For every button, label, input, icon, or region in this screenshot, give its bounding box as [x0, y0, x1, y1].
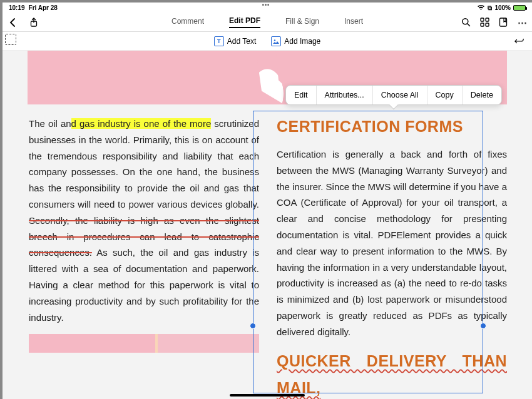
add-text-label: Add Text — [227, 37, 256, 46]
battery-percent: 100% — [494, 4, 511, 11]
undo-button[interactable] — [514, 36, 524, 46]
ctx-copy[interactable]: Copy — [427, 86, 463, 104]
bluetooth-icon: ⧉ — [488, 4, 492, 12]
status-time: 10:19 — [9, 4, 25, 11]
add-image-label: Add Image — [284, 37, 320, 46]
svg-point-7 — [274, 39, 275, 41]
marquee-select-tool[interactable] — [5, 34, 16, 45]
text-icon: T — [214, 36, 224, 46]
tab-edit-pdf[interactable]: Edit PDF — [229, 16, 260, 28]
wifi-icon — [477, 4, 485, 12]
ctx-choose-all[interactable]: Choose All — [373, 86, 427, 104]
main-toolbar: Comment Edit PDF Fill & Sign Insert ⋯ — [3, 13, 532, 32]
svg-rect-2 — [481, 18, 484, 21]
text-plain: As such, the oil and gas industry is lit… — [29, 247, 259, 322]
svg-rect-4 — [481, 23, 484, 26]
text-selection-box[interactable] — [253, 111, 483, 393]
share-button[interactable] — [29, 18, 39, 28]
selection-handle-left[interactable] — [250, 323, 256, 329]
text-plain: The oil an — [29, 118, 71, 129]
ios-status-bar: 10:19 Fri Apr 28 ••• ⧉ 100% — [3, 3, 532, 13]
battery-icon — [513, 5, 526, 11]
tab-insert[interactable]: Insert — [344, 17, 363, 28]
image-icon — [271, 36, 281, 46]
status-date: Fri Apr 28 — [29, 4, 58, 11]
facetime-indicator: ••• — [262, 2, 270, 8]
tab-fill-sign[interactable]: Fill & Sign — [285, 17, 319, 28]
ctx-edit[interactable]: Edit — [286, 86, 317, 104]
search-button[interactable] — [461, 18, 471, 28]
grid-view-button[interactable] — [479, 18, 489, 28]
back-button[interactable] — [8, 18, 18, 28]
home-indicator[interactable] — [230, 394, 305, 396]
add-text-button[interactable]: T Add Text — [214, 36, 256, 46]
document-canvas[interactable]: The oil and gas industry is one of the m… — [3, 51, 532, 399]
add-image-button[interactable]: Add Image — [271, 36, 320, 46]
ctx-delete[interactable]: Delete — [463, 86, 501, 104]
selection-handle-right[interactable] — [480, 323, 486, 329]
ctx-attributes[interactable]: Attributes... — [317, 86, 373, 104]
edit-tools-bar: T Add Text Add Image — [3, 32, 532, 51]
text-plain: scrutinized businesses in the world. Pri… — [29, 118, 259, 210]
svg-rect-3 — [486, 18, 489, 21]
highlighted-text: d gas industry is one of the more — [71, 118, 212, 129]
tab-comment[interactable]: Comment — [171, 17, 204, 28]
bookmark-button[interactable] — [498, 18, 508, 28]
svg-rect-5 — [486, 23, 489, 26]
svg-point-1 — [462, 19, 468, 24]
more-button[interactable]: ⋯ — [517, 18, 527, 28]
left-text-column[interactable]: The oil and gas industry is one of the m… — [28, 113, 260, 399]
context-menu: Edit Attributes... Choose All Copy Delet… — [285, 85, 502, 105]
secondary-image — [29, 334, 259, 353]
